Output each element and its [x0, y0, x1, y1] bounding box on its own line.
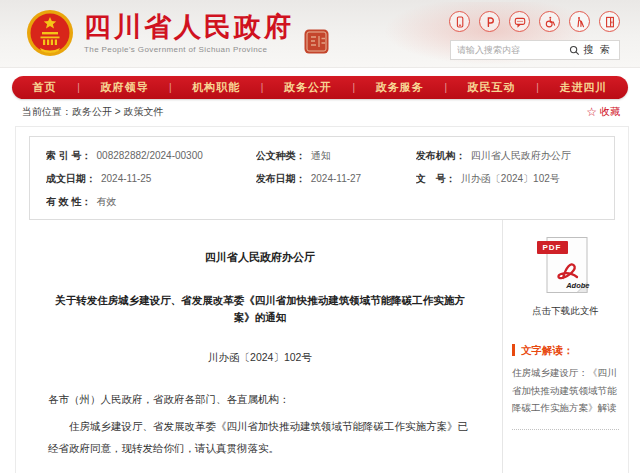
document-title: 关于转发住房城乡建设厅、省发展改革委《四川省加快推动建筑领域节能降碳工作实施方案… [48, 292, 472, 326]
meta-validity: 有 效 性： 有效 [46, 190, 256, 213]
breadcrumb-row: 当前位置： 政务公开 > 政策文件 ☆ 收藏 [0, 99, 640, 121]
nav-separator: | [536, 82, 539, 93]
document-area: 四川省人民政府办公厅 关于转发住房城乡建设厅、省发展改革委《四川省加快推动建筑领… [16, 220, 628, 473]
magnifier-icon [569, 45, 580, 56]
door-portal-icon[interactable] [599, 11, 620, 32]
meta-doc-number: 文 号： 川办函〔2024〕102号 [416, 167, 598, 190]
document-body: 四川省人民政府办公厅 关于转发住房城乡建设厅、省发展改革委《四川省加快推动建筑领… [16, 220, 502, 473]
wheelchair-accessibility-icon[interactable] [539, 11, 560, 32]
nav-separator: | [77, 82, 80, 93]
meta-index-number: 索 引 号： 008282882/2024-00300 [46, 144, 256, 167]
document-org-title: 四川省人民政府办公厅 [48, 250, 472, 265]
nav-item-leaders[interactable]: 政府领导 [94, 80, 154, 95]
nav-item-home[interactable]: 首页 [27, 80, 63, 95]
nav-separator: | [444, 82, 447, 93]
favorite-label: 收藏 [600, 105, 620, 119]
meta-publish-date: 发布日期： 2024-11-27 [256, 167, 416, 190]
download-file-link[interactable]: 点击下载此文件 [512, 305, 619, 318]
nav-item-services[interactable]: 政务服务 [370, 80, 430, 95]
document-paragraph: 住房城乡建设厅、省发展改革委《四川省加快推动建筑领域节能降碳工作实施方案》已经省… [48, 415, 472, 460]
site-subtitle: The People's Government of Sichuan Provi… [84, 45, 294, 54]
media-p-icon[interactable] [479, 11, 500, 32]
pdf-badge: PDF [537, 241, 568, 254]
site-header: 四川省人民政府 The People's Government of Sichu… [0, 0, 640, 68]
nav-item-functions[interactable]: 机构职能 [186, 80, 246, 95]
meta-doc-type: 公文种类： 通知 [256, 144, 416, 167]
adobe-label: Adobe [566, 281, 589, 290]
site-title: 四川省人民政府 [84, 12, 294, 42]
interpretation-heading: 文字解读： [512, 344, 619, 356]
breadcrumb-label: 当前位置： [22, 105, 72, 119]
interpretation-link[interactable]: 住房城乡建设厅：《四川省加快推动建筑领域节能降碳工作实施方案》解读 [512, 364, 619, 430]
document-meta-table: 索 引 号： 008282882/2024-00300 公文种类： 通知 发布机… [29, 136, 615, 220]
mobile-icon[interactable] [449, 11, 470, 32]
header-icon-row [449, 11, 620, 32]
nav-separator: | [261, 82, 264, 93]
star-icon: ☆ [586, 107, 597, 117]
breadcrumb[interactable]: 政务公开 > 政策文件 [72, 105, 163, 119]
national-emblem-icon [26, 9, 74, 57]
search-button-label: 搜 索 [583, 43, 612, 57]
search-input[interactable] [451, 41, 562, 59]
document-sidebar: PDF Adobe 点击下载此文件 文字解读： 住房城乡建设厅：《四川省加快推动… [502, 220, 628, 473]
main-nav: 首页 | 政府领导 | 机构职能 | 政务公开 | 政务服务 | 政民互动 | … [12, 76, 628, 99]
elder-care-icon[interactable] [569, 11, 590, 32]
favorite-button[interactable]: ☆ 收藏 [586, 105, 620, 119]
red-seal-icon [304, 29, 329, 54]
pdf-download-button[interactable]: PDF Adobe [539, 236, 593, 294]
meta-issuer: 发布机构： 四川省人民政府办公厅 [416, 144, 598, 167]
document-salutation: 各市（州）人民政府，省政府各部门、各直属机构： [48, 393, 472, 407]
document-number: 川办函〔2024〕102号 [48, 351, 472, 365]
search-button[interactable]: 搜 索 [562, 41, 619, 59]
nav-separator: | [169, 82, 172, 93]
chat-qa-icon[interactable] [509, 11, 530, 32]
nav-item-interaction[interactable]: 政民互动 [462, 80, 522, 95]
nav-item-about-sichuan[interactable]: 走进四川 [553, 80, 613, 95]
nav-item-disclosure[interactable]: 政务公开 [278, 80, 338, 95]
search-bar: 搜 索 [450, 40, 620, 60]
site-logo[interactable]: 四川省人民政府 The People's Government of Sichu… [26, 9, 329, 57]
meta-written-date: 成文日期： 2024-11-25 [46, 167, 256, 190]
content-card: 索 引 号： 008282882/2024-00300 公文种类： 通知 发布机… [15, 126, 629, 473]
nav-separator: | [353, 82, 356, 93]
